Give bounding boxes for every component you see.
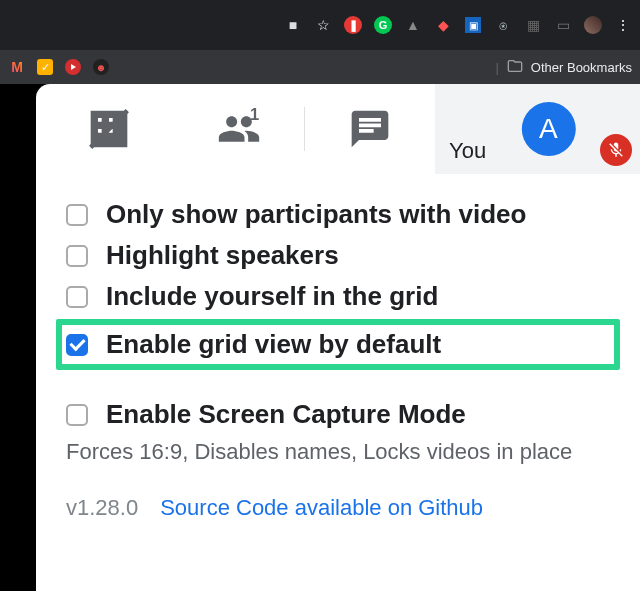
drive-icon[interactable]: ▲ (404, 16, 422, 34)
self-video-tile[interactable]: A You (435, 84, 640, 174)
bookmark-icon-1[interactable]: M (8, 58, 26, 76)
option-only-video: Only show participants with video (66, 194, 620, 235)
you-label: You (449, 138, 486, 164)
ext-icon-4[interactable]: ▣ (464, 16, 482, 34)
ext-icon-6[interactable]: ▭ (554, 16, 572, 34)
ext-icon-1[interactable]: ❚ (344, 16, 362, 34)
panel-tabs: 1 A You (36, 84, 640, 174)
option-label: Only show participants with video (106, 199, 526, 230)
option-enable-grid-default: Enable grid view by default (56, 319, 620, 370)
star-icon[interactable]: ☆ (314, 16, 332, 34)
checkbox-include-self[interactable] (66, 286, 88, 308)
screen-capture-description: Forces 16:9, Disables names, Locks video… (66, 435, 620, 465)
option-include-self: Include yourself in the grid (66, 276, 620, 317)
checkbox-highlight-speakers[interactable] (66, 245, 88, 267)
checkbox-enable-grid-default[interactable] (66, 334, 88, 356)
chrome-toolbar: ■ ☆ ❚ G ▲ ◆ ▣ ⍟ ▦ ▭ ⋮ (0, 0, 640, 50)
folder-icon (507, 58, 523, 77)
option-label: Include yourself in the grid (106, 281, 438, 312)
bookmarks-divider: | (495, 60, 498, 75)
option-label: Enable Screen Capture Mode (106, 399, 466, 430)
bookmark-icon-3[interactable] (64, 58, 82, 76)
bookmarks-bar: M ✓ ☻ | Other Bookmarks (0, 50, 640, 84)
extension-panel: 1 A You Only show participants with vide… (36, 84, 640, 591)
camera-icon[interactable]: ■ (284, 16, 302, 34)
avatar: A (521, 102, 575, 156)
svg-text:1: 1 (250, 107, 259, 123)
chrome-menu-icon[interactable]: ⋮ (614, 16, 632, 34)
option-label: Enable grid view by default (106, 329, 441, 360)
ext-icon-5[interactable]: ⍟ (494, 16, 512, 34)
source-link[interactable]: Source Code available on Github (160, 495, 483, 521)
tab-chat[interactable] (305, 84, 435, 174)
checkbox-screen-capture[interactable] (66, 404, 88, 426)
panel-footer: v1.28.0 Source Code available on Github (66, 465, 620, 521)
tab-people[interactable]: 1 (174, 84, 304, 174)
bookmark-icon-2[interactable]: ✓ (36, 58, 54, 76)
version-label: v1.28.0 (66, 495, 138, 521)
options-list: Only show participants with video Highli… (36, 174, 640, 521)
tab-grid[interactable] (44, 84, 174, 174)
option-highlight-speakers: Highlight speakers (66, 235, 620, 276)
checkbox-only-video[interactable] (66, 204, 88, 226)
ext-icon-2[interactable]: G (374, 16, 392, 34)
option-label: Highlight speakers (106, 240, 339, 271)
mic-muted-icon[interactable] (600, 134, 632, 166)
profile-icon[interactable] (584, 16, 602, 34)
bookmark-icon-4[interactable]: ☻ (92, 58, 110, 76)
apps-icon[interactable]: ▦ (524, 16, 542, 34)
option-screen-capture: Enable Screen Capture Mode (66, 394, 620, 435)
other-bookmarks-label[interactable]: Other Bookmarks (531, 60, 632, 75)
ext-icon-3[interactable]: ◆ (434, 16, 452, 34)
